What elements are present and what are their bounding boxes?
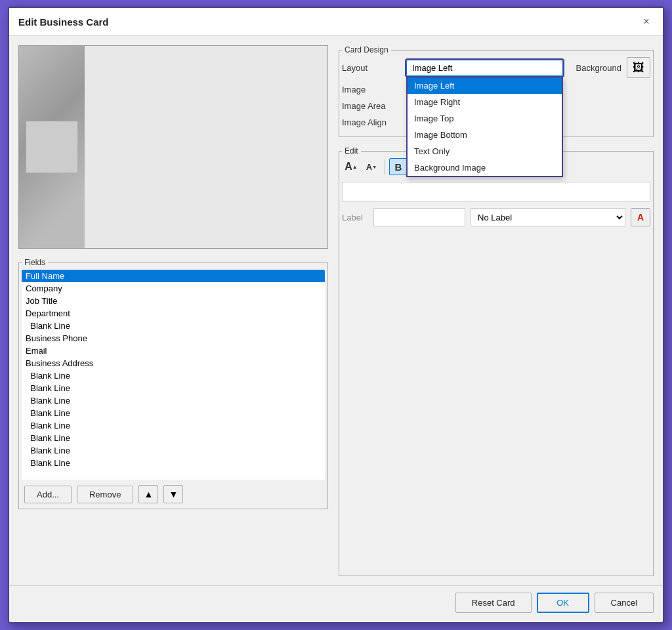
fields-fieldset: Fields Full Name Company Job Title Depar… bbox=[18, 258, 328, 509]
label-color-button[interactable]: A bbox=[631, 208, 650, 226]
move-down-button[interactable]: ▼ bbox=[163, 485, 183, 503]
fields-item-blank-3: Blank Line bbox=[22, 382, 325, 394]
font-increase-button[interactable]: A▲ bbox=[342, 158, 360, 175]
layout-select[interactable]: Image Left Image Right Image Top Image B… bbox=[406, 60, 563, 76]
edit-business-card-dialog: Edit Business Card × Fields Full Name Co… bbox=[8, 7, 664, 623]
image-label: Image bbox=[342, 85, 401, 94]
dialog-body: Fields Full Name Company Job Title Depar… bbox=[9, 36, 663, 585]
dropdown-item-background-image[interactable]: Background Image bbox=[408, 159, 562, 176]
bold-button[interactable]: B bbox=[389, 158, 408, 175]
fields-item-department: Department bbox=[22, 307, 325, 320]
left-panel: Fields Full Name Company Job Title Depar… bbox=[18, 45, 328, 576]
background-button[interactable]: 🖼 bbox=[627, 57, 650, 78]
fields-item-blank-1: Blank Line bbox=[22, 320, 325, 332]
layout-select-wrapper: Image Left Image Right Image Top Image B… bbox=[406, 60, 563, 76]
fields-item-business-phone: Business Phone bbox=[22, 332, 325, 345]
label-color-icon: A bbox=[637, 212, 644, 222]
fields-item-blank-2: Blank Line bbox=[22, 369, 325, 382]
down-icon: ▼ bbox=[169, 489, 178, 499]
cancel-button[interactable]: Cancel bbox=[595, 593, 654, 613]
fields-legend: Fields bbox=[22, 258, 48, 267]
label-row: Label No Label Work Home Other A bbox=[342, 208, 650, 226]
font-decrease-button[interactable]: A▼ bbox=[362, 158, 381, 175]
right-panel: Card Design Layout Image Left Image Righ… bbox=[339, 45, 654, 576]
edit-legend: Edit bbox=[342, 146, 361, 156]
card-design-legend: Card Design bbox=[342, 45, 391, 54]
up-icon: ▲ bbox=[144, 489, 153, 499]
fields-item-blank-9: Blank Line bbox=[22, 457, 325, 469]
layout-label: Layout bbox=[342, 63, 401, 73]
card-preview-image-area bbox=[19, 46, 85, 248]
card-preview-placeholder bbox=[26, 121, 78, 173]
card-design-fieldset: Card Design Layout Image Left Image Righ… bbox=[339, 45, 654, 137]
card-preview bbox=[18, 45, 328, 249]
dropdown-item-image-bottom[interactable]: Image Bottom bbox=[408, 127, 562, 143]
fields-item-email: Email bbox=[22, 345, 325, 357]
background-icon: 🖼 bbox=[633, 61, 644, 75]
dropdown-item-image-top[interactable]: Image Top bbox=[408, 110, 562, 127]
fields-item-company: Company bbox=[22, 282, 325, 295]
reset-card-button[interactable]: Reset Card bbox=[455, 593, 532, 613]
remove-button[interactable]: Remove bbox=[77, 486, 133, 503]
label-input[interactable] bbox=[373, 208, 465, 226]
layout-row: Layout Image Left Image Right Image Top … bbox=[342, 57, 650, 78]
edit-fieldset: Edit A▲ A▼ B I U bbox=[339, 146, 654, 576]
layout-dropdown-list: Image Left Image Right Image Top Image B… bbox=[406, 76, 563, 177]
dropdown-item-text-only[interactable]: Text Only bbox=[408, 143, 562, 159]
ok-button[interactable]: OK bbox=[537, 593, 589, 613]
label-select[interactable]: No Label Work Home Other bbox=[471, 208, 625, 226]
fields-buttons: Add... Remove ▲ ▼ bbox=[22, 480, 325, 506]
fields-item-full-name: Full Name bbox=[22, 270, 325, 282]
add-button[interactable]: Add... bbox=[24, 486, 72, 503]
title-bar: Edit Business Card × bbox=[9, 8, 663, 36]
fields-list[interactable]: Full Name Company Job Title Department B… bbox=[22, 270, 325, 480]
label-label: Label bbox=[342, 213, 368, 222]
edit-text-input[interactable] bbox=[342, 182, 650, 201]
fields-item-blank-7: Blank Line bbox=[22, 432, 325, 444]
fields-item-business-address: Business Address bbox=[22, 357, 325, 369]
dialog-title: Edit Business Card bbox=[18, 16, 109, 28]
image-align-label: Image Align bbox=[342, 117, 401, 127]
toolbar-divider-1 bbox=[385, 159, 385, 174]
image-area-label: Image Area bbox=[342, 101, 401, 111]
dropdown-item-image-left[interactable]: Image Left bbox=[408, 77, 562, 94]
background-label: Background bbox=[576, 63, 621, 73]
move-up-button[interactable]: ▲ bbox=[138, 485, 158, 503]
fields-item-blank-5: Blank Line bbox=[22, 407, 325, 419]
dropdown-item-image-right[interactable]: Image Right bbox=[408, 94, 562, 110]
fields-item-blank-6: Blank Line bbox=[22, 419, 325, 432]
dialog-footer: Reset Card OK Cancel bbox=[9, 585, 663, 622]
fields-item-blank-8: Blank Line bbox=[22, 444, 325, 457]
fields-item-blank-4: Blank Line bbox=[22, 394, 325, 407]
close-button[interactable]: × bbox=[639, 14, 654, 29]
fields-item-job-title: Job Title bbox=[22, 295, 325, 307]
